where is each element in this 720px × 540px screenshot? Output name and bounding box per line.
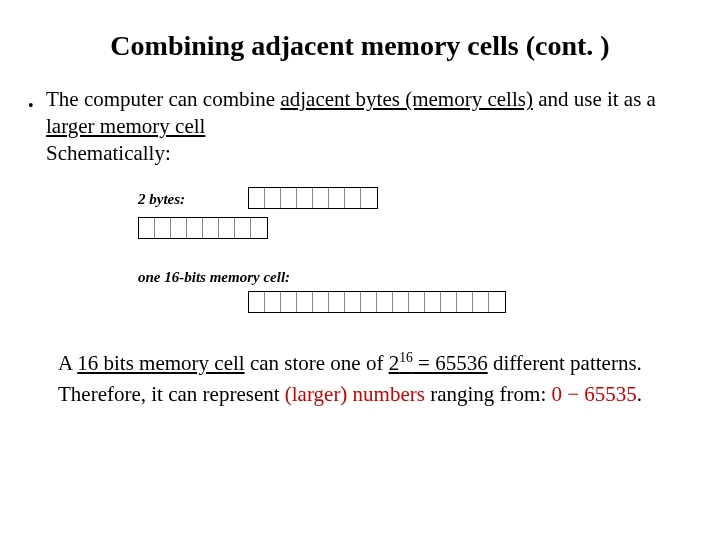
bit-cell xyxy=(155,218,171,238)
byte-box-right xyxy=(138,217,268,239)
bit-cell xyxy=(297,292,313,312)
text: A xyxy=(58,351,77,375)
bit-cell xyxy=(265,188,281,208)
bit-cell xyxy=(171,218,187,238)
text-red: (larger) numbers xyxy=(285,382,425,406)
bit-cell xyxy=(393,292,409,312)
bit-cell xyxy=(249,292,265,312)
bullet-item: The computer can combine adjacent bytes … xyxy=(28,86,692,167)
bit-cell xyxy=(441,292,457,312)
paragraph: A 16 bits memory cell can store one of 2… xyxy=(28,350,692,377)
bit-cell xyxy=(489,292,505,312)
bit-cell xyxy=(281,292,297,312)
paragraph: Therefore, it can represent (larger) num… xyxy=(28,381,692,408)
text: The computer can combine xyxy=(46,87,280,111)
schematic-diagram: 2 bytes: one 16-bits memory cell: xyxy=(158,187,692,332)
bullet-text: The computer can combine adjacent bytes … xyxy=(46,86,692,167)
superscript: 16 xyxy=(399,350,413,365)
slide: Combining adjacent memory cells (cont. )… xyxy=(0,0,720,540)
bit-cell xyxy=(265,292,281,312)
text: can store one of xyxy=(245,351,389,375)
text-red: 0 − 65535 xyxy=(552,382,637,406)
bit-cell xyxy=(249,188,265,208)
bit-cell xyxy=(329,292,345,312)
text-line: Schematically: xyxy=(46,140,692,167)
bit-cell xyxy=(377,292,393,312)
bit-cell xyxy=(329,188,345,208)
word-box xyxy=(248,291,506,313)
bit-cell xyxy=(473,292,489,312)
slide-title: Combining adjacent memory cells (cont. ) xyxy=(28,30,692,62)
label-one-cell: one 16-bits memory cell: xyxy=(138,269,290,286)
text-underline: adjacent bytes (memory cells) xyxy=(280,87,532,111)
bullet-marker xyxy=(28,86,46,118)
bit-cell xyxy=(139,218,155,238)
text-underline: 216 = 65536 xyxy=(389,351,488,375)
text: ranging from: xyxy=(425,382,552,406)
text: and use it as a xyxy=(533,87,656,111)
text-underline: 16 bits memory cell xyxy=(77,351,244,375)
bit-cell xyxy=(345,188,361,208)
bit-cell xyxy=(361,188,377,208)
bit-cell xyxy=(345,292,361,312)
bit-cell xyxy=(187,218,203,238)
bit-cell xyxy=(457,292,473,312)
bit-cell xyxy=(361,292,377,312)
text: Therefore, it can represent xyxy=(58,382,285,406)
bit-cell xyxy=(251,218,267,238)
bit-cell xyxy=(203,218,219,238)
text: . xyxy=(637,382,642,406)
bit-cell xyxy=(219,218,235,238)
bit-cell xyxy=(409,292,425,312)
bit-cell xyxy=(425,292,441,312)
bit-cell xyxy=(281,188,297,208)
text: different patterns. xyxy=(488,351,642,375)
bit-cell xyxy=(297,188,313,208)
byte-box-left xyxy=(248,187,378,209)
bit-cell xyxy=(235,218,251,238)
bit-cell xyxy=(313,188,329,208)
label-two-bytes: 2 bytes: xyxy=(138,191,185,208)
bit-cell xyxy=(313,292,329,312)
text-underline: larger memory cell xyxy=(46,114,205,138)
